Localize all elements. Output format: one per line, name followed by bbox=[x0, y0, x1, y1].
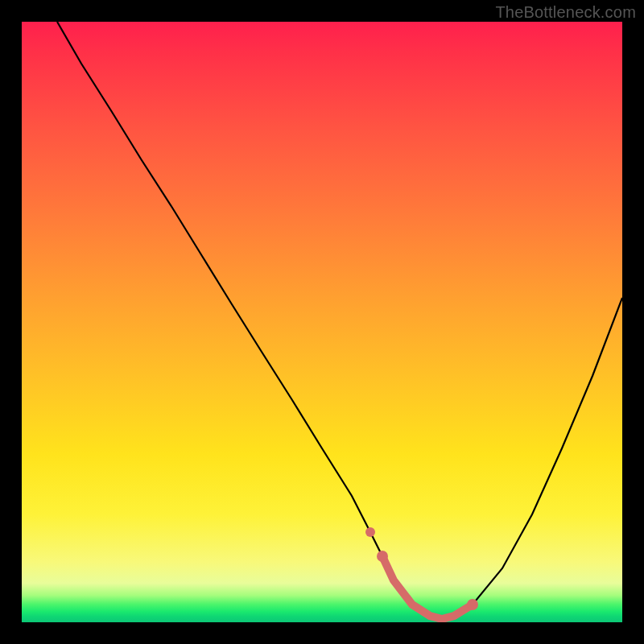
watermark-text: TheBottleneck.com bbox=[495, 3, 636, 22]
bottleneck-curve bbox=[57, 22, 622, 619]
plot-area bbox=[22, 22, 622, 622]
chart-frame: TheBottleneck.com bbox=[0, 0, 644, 644]
highlight-dot bbox=[365, 527, 375, 537]
chart-svg bbox=[22, 22, 622, 622]
optimal-range-highlight bbox=[382, 556, 473, 619]
highlight-dot bbox=[467, 599, 478, 610]
highlight-dot bbox=[377, 551, 388, 562]
